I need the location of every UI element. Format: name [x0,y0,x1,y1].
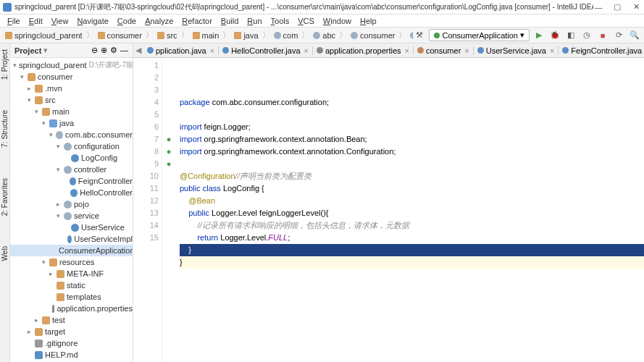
tree-node-logconfig[interactable]: LogConfig [10,152,133,164]
code-line-1[interactable]: package com.abc.consumer.configuration; [180,96,644,109]
breadcrumb-configuration[interactable]: configuration [408,31,413,40]
code-line-11[interactable]: //记录所有请求和响应的明细，包括头信息，请求体，元数据 [180,219,644,232]
code-line-3[interactable]: import feign.Logger; [180,121,644,133]
project-tree[interactable]: ▾springcloud_parentD:\开课吧-7期\03-spring..… [10,58,133,362]
code-line-10[interactable]: public Logger.Level feignLoggerLevel(){ [180,207,644,219]
breadcrumb-abc[interactable]: abc [311,31,338,40]
collapse-button[interactable]: ⊖ [91,46,98,55]
tree-arrow-icon[interactable]: ▾ [42,258,49,266]
tree-node-springcloud-parent[interactable]: ▾springcloud_parentD:\开课吧-7期\03-spring..… [10,59,133,71]
search-button[interactable]: 🔍 [628,29,641,42]
menu-view[interactable]: View [47,17,73,25]
code-line-7[interactable]: @Configuration//声明当前类为配置类 [180,170,644,182]
tree-node-controller[interactable]: ▾controller [10,164,133,175]
tab-close-icon[interactable]: × [550,46,554,55]
tree-arrow-icon[interactable]: ▾ [20,73,28,80]
code-line-2[interactable] [180,109,644,121]
tree-node-resources[interactable]: ▾resources [10,256,133,268]
tab-consumer[interactable]: consumer× [414,46,474,55]
menu-refactor[interactable]: Refactor [177,17,217,25]
tab-close-icon[interactable]: × [304,46,309,55]
tab-close-icon[interactable]: × [405,46,409,55]
tree-node-hellocontroller[interactable]: HelloController [10,187,133,198]
tree-arrow-icon[interactable]: ▸ [28,85,35,92]
breadcrumb-com[interactable]: com [272,31,301,40]
settings-icon[interactable]: ⚙ [110,46,117,55]
menu-file[interactable]: File [3,17,25,25]
tree-node-main[interactable]: ▾main [10,106,133,117]
code-line-9[interactable]: @Bean [180,195,644,207]
breadcrumb-src[interactable]: src [155,31,180,40]
close-button[interactable]: ✕ [631,2,641,12]
tree-node--mvn[interactable]: ▸.mvn [10,83,133,94]
tree-arrow-icon[interactable]: ▸ [28,328,35,335]
tabs-scroll-left[interactable]: ◀ [133,46,143,55]
build-button[interactable]: ⚒ [413,29,426,42]
tree-node-userservice[interactable]: UserService [10,222,133,233]
breadcrumb-java[interactable]: java [232,31,260,40]
tree-node-src[interactable]: ▾src [10,94,133,106]
breadcrumb-main[interactable]: main [191,31,222,40]
tree-arrow-icon[interactable]: ▾ [28,96,35,104]
tree-arrow-icon[interactable]: ▸ [57,201,64,208]
maximize-button[interactable]: ▢ [612,2,622,12]
tree-node-service[interactable]: ▾service [10,210,133,222]
tree-node-static[interactable]: static [10,279,133,291]
menu-tools[interactable]: Tools [267,17,294,25]
code-area[interactable]: package com.abc.consumer.configuration; … [175,58,644,362]
tree-arrow-icon[interactable]: ▾ [57,166,64,173]
tab-application-properties[interactable]: application.properties× [313,46,414,55]
code-line-14[interactable]: } [180,256,644,269]
breadcrumb-springcloud_parent[interactable]: springcloud_parent [3,31,85,40]
tree-node-application-properties[interactable]: application.properties [10,303,133,314]
tree-node-consumerapplication[interactable]: ConsumerApplication [10,245,133,256]
tree-node-java[interactable]: ▾java [10,117,133,129]
menu-analyze[interactable]: Analyze [141,17,177,25]
run-gutter-icon[interactable]: ● [164,146,174,156]
code-line-6[interactable] [180,158,644,170]
tree-node-meta-inf[interactable]: ▸META-INF [10,268,133,279]
tree-node-help-md[interactable]: HELP.md [10,349,133,361]
tree-arrow-icon[interactable]: ▾ [35,108,42,115]
menu-vcs[interactable]: VCS [293,17,319,25]
tree-node-feigncontroller[interactable]: FeignController [10,175,133,187]
tab-hellocontroller-java[interactable]: HelloController.java× [219,46,313,55]
tree-node-pojo[interactable]: ▸pojo [10,198,133,210]
breadcrumb-consumer[interactable]: consumer [96,31,144,40]
tree-arrow-icon[interactable]: ▾ [57,212,64,219]
tree-arrow-icon[interactable]: ▸ [49,270,57,277]
run-gutter-icon[interactable]: ● [164,133,174,143]
minimize-button[interactable]: — [593,2,603,12]
tree-node-templates[interactable]: templates [10,291,133,303]
vcs-button[interactable]: ⟳ [612,29,625,42]
tab-close-icon[interactable]: × [464,46,469,55]
code-line-4[interactable]: import org.springframework.context.annot… [180,133,644,146]
editor-body[interactable]: 123456789101112131415 ●●● package com.ab… [133,58,644,362]
menu-navigate[interactable]: Navigate [72,17,112,25]
tree-arrow-icon[interactable]: ▸ [35,316,42,324]
tab-feigncontroller-java[interactable]: FeignController.java× [559,46,644,55]
tree-node-test[interactable]: ▸test [10,314,133,326]
tree-node--gitignore[interactable]: .gitignore [10,337,133,349]
run-button[interactable]: ▶ [532,29,545,42]
tab-userservice-java[interactable]: UserService.java× [474,46,559,55]
code-line-5[interactable]: import org.springframework.context.annot… [180,146,644,158]
code-line-8[interactable]: public class LogConfig { [180,182,644,195]
tree-node-consumer[interactable]: ▾consumer [10,71,133,83]
code-line-12[interactable]: return Logger.Level.FULL; [180,232,644,244]
menu-edit[interactable]: Edit [25,17,47,25]
tree-node-userserviceimpl[interactable]: UserServiceImpl [10,233,133,245]
debug-button[interactable]: 🐞 [548,29,561,42]
hide-button[interactable]: — [120,46,128,55]
tree-arrow-icon[interactable]: ▾ [42,119,49,127]
profile-button[interactable]: ◷ [580,29,593,42]
tab-pplication-java[interactable]: pplication.java× [143,46,219,55]
menu-code[interactable]: Code [113,17,141,25]
expand-button[interactable]: ⊕ [101,46,107,55]
tree-arrow-icon[interactable]: ▾ [13,62,17,69]
breadcrumb-consumer[interactable]: consumer [348,31,397,40]
code-line-15[interactable] [180,269,644,281]
tool-tab-structure[interactable]: 7: Structure [0,106,9,152]
menu-window[interactable]: Window [319,17,356,25]
tree-node-configuration[interactable]: ▾configuration [10,140,133,152]
